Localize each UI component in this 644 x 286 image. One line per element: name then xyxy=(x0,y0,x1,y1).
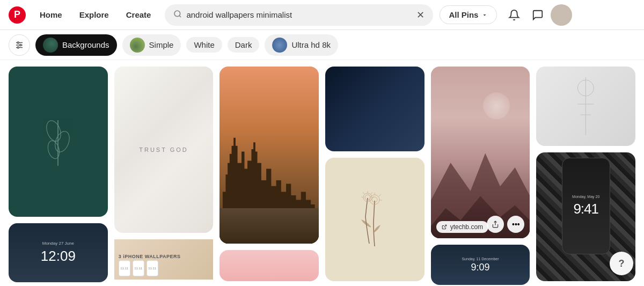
search-clear-button[interactable]: ✕ xyxy=(416,10,425,20)
search-input[interactable] xyxy=(186,10,412,19)
pin-blue-dark[interactable] xyxy=(325,67,425,151)
filter-chip-white[interactable]: White xyxy=(186,37,222,53)
pin-dandelion[interactable] xyxy=(325,158,425,281)
pin-pink-solid[interactable] xyxy=(219,250,319,281)
search-icon xyxy=(173,10,182,20)
pin-image-phone-june: Monday 27 June 12:09 xyxy=(9,223,108,282)
pin-nyc[interactable] xyxy=(219,67,319,244)
header: P Home Explore Create ✕ All Pins xyxy=(0,0,644,30)
chip-simple-image xyxy=(130,38,145,53)
filter-chip-backgrounds[interactable]: Backgrounds xyxy=(35,34,117,56)
iphone-mini-1: 11:11 xyxy=(119,260,130,276)
pin-phone-june[interactable]: Monday 27 June 12:09 xyxy=(9,223,108,282)
svg-point-5 xyxy=(17,42,19,43)
pinterest-logo[interactable]: P xyxy=(9,6,26,24)
iphone-mini-3: 11:11 xyxy=(147,260,158,276)
filter-chip-simple[interactable]: Simple xyxy=(122,34,181,56)
search-bar: ✕ xyxy=(165,4,433,26)
pin-marble-trust[interactable]: TRUST GOD xyxy=(114,67,214,233)
nav-create[interactable]: Create xyxy=(119,6,159,24)
phone-june-time: 12:09 xyxy=(41,248,76,265)
all-pins-button[interactable]: All Pins xyxy=(440,5,497,24)
phone-june-date: Monday 27 June xyxy=(42,241,74,246)
pin-image-pink xyxy=(219,250,319,281)
pin-image-iphone-trio: 3 iPHONE WALLPAPERS 11:11 11:11 11:11 xyxy=(114,239,214,280)
masonry-col-4 xyxy=(325,67,425,280)
masonry-col-3 xyxy=(219,67,319,280)
svg-line-1 xyxy=(180,16,181,17)
messages-button[interactable] xyxy=(527,4,548,26)
header-icons xyxy=(503,4,572,26)
masonry-col-1: Monday 27 June 12:09 xyxy=(9,67,108,280)
filter-settings-button[interactable] xyxy=(9,34,30,56)
pin-phone-dec[interactable]: Sunday, 11 December 9:09 xyxy=(431,245,530,285)
pin-grid: Monday 27 June 12:09 TRUST GOD 3 iPHONE … xyxy=(0,60,644,286)
nav-home[interactable]: Home xyxy=(32,6,70,24)
svg-point-6 xyxy=(20,44,21,46)
filters-bar: Backgrounds Simple White Dark Ultra hd 8… xyxy=(0,30,644,60)
notification-button[interactable] xyxy=(503,4,525,26)
chip-ultrahd-image xyxy=(272,38,287,53)
pin-pink-mountain[interactable]: ytechb.com ••• xyxy=(431,67,530,238)
nav-explore[interactable]: Explore xyxy=(72,6,116,24)
chip-backgrounds-image xyxy=(43,38,58,53)
svg-point-7 xyxy=(17,47,19,48)
help-button[interactable]: ? xyxy=(610,252,633,275)
pin-gray-light[interactable] xyxy=(536,67,635,146)
phone-dec-time: 9:09 xyxy=(471,262,490,273)
filter-chip-dark[interactable]: Dark xyxy=(228,37,260,53)
iphone-mini-2: 11:11 xyxy=(133,260,144,276)
filter-chip-ultrahd[interactable]: Ultra hd 8k xyxy=(265,34,338,56)
iphone-trio-label: 3 iPHONE WALLPAPERS xyxy=(119,254,181,259)
masonry-col-5: ytechb.com ••• Sunday, 11 December 9:09 xyxy=(431,67,530,280)
pin-dark-leaf[interactable] xyxy=(9,67,108,217)
pin-iphone-trio[interactable]: 3 iPHONE WALLPAPERS 11:11 11:11 11:11 xyxy=(114,239,214,280)
svg-point-0 xyxy=(174,11,180,17)
masonry-col-2: TRUST GOD 3 iPHONE WALLPAPERS 11:11 11:1… xyxy=(114,67,214,280)
main-nav: Home Explore Create xyxy=(32,6,158,24)
phone-dec-date: Sunday, 11 December xyxy=(462,257,499,261)
pin-image-phone-dec: Sunday, 11 December 9:09 xyxy=(431,245,530,285)
masonry-col-6: Monday, May 20 9:41 Save xyxy=(536,67,635,280)
user-avatar[interactable] xyxy=(551,4,572,26)
